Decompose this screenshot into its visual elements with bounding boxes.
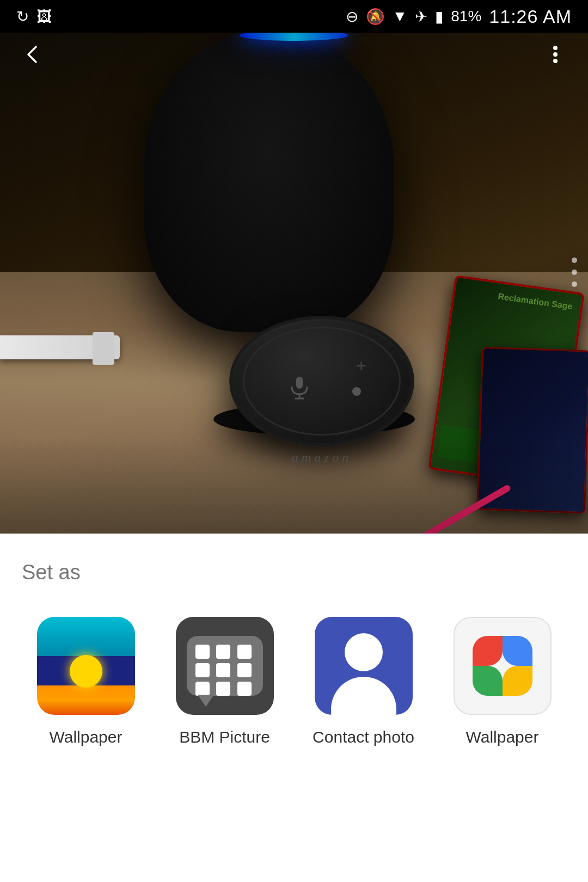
bbm-sq-1: [195, 645, 210, 659]
wifi-icon: ▼: [393, 8, 408, 25]
dnd-icon: ⊖: [346, 8, 358, 26]
app-grid: Wallpaper BBM Picture: [22, 617, 566, 746]
refresh-icon: ↻: [16, 8, 29, 26]
image-icon: 🖼: [36, 8, 52, 26]
petal-green: [473, 666, 503, 696]
more-options-button[interactable]: [539, 38, 572, 71]
petal-yellow: [503, 666, 532, 696]
bbm-sq-2: [216, 645, 230, 659]
mic-icon: [286, 369, 313, 407]
bbm-icon: [176, 617, 274, 715]
scroll-dot-2: [572, 270, 577, 275]
battery-percent: 81%: [451, 8, 481, 25]
pinwheel: [470, 633, 535, 699]
bbm-sq-4: [195, 663, 210, 677]
app-item-wallpaper1[interactable]: Wallpaper: [22, 617, 150, 746]
app-item-bbm[interactable]: BBM Picture: [161, 617, 289, 746]
speaker-stand: [144, 33, 394, 332]
wallpaper2-label: Wallpaper: [466, 728, 539, 746]
contact-silhouette: [331, 633, 396, 715]
photo-navigation: [0, 33, 588, 76]
photos-icon: [454, 617, 552, 715]
petal-blue: [503, 636, 532, 666]
contact-icon: [315, 617, 413, 715]
status-time: 11:26 AM: [489, 6, 572, 27]
back-button[interactable]: [16, 38, 49, 71]
app-item-contact[interactable]: Contact photo: [299, 617, 427, 746]
wallpaper1-label: Wallpaper: [50, 728, 122, 746]
status-left-icons: ↻ 🖼: [16, 8, 52, 26]
svg-point-4: [553, 52, 558, 57]
svg-rect-0: [296, 377, 303, 389]
contact-head: [345, 633, 383, 671]
scroll-dot-1: [572, 258, 577, 263]
bbm-sq-9: [237, 682, 252, 696]
bbm-sq-7: [195, 682, 210, 696]
contact-body: [331, 677, 396, 715]
status-bar: ↻ 🖼 ⊖ 🔕 ▼ ✈ ▮ 81% 11:26 AM: [0, 0, 588, 33]
echo-dot-ring: [243, 327, 401, 436]
usb-connector: [93, 332, 114, 365]
svg-point-3: [553, 46, 558, 50]
bbm-sq-3: [237, 645, 252, 659]
petal-red: [473, 636, 503, 666]
bbm-sq-5: [216, 663, 230, 677]
scroll-dot-3: [572, 281, 577, 287]
bbm-sq-8: [216, 682, 230, 696]
photo-scene: + amazon Reclamation Sage: [0, 0, 588, 544]
bbm-label: BBM Picture: [179, 728, 270, 746]
set-as-label: Set as: [22, 561, 566, 584]
mute-icon: 🔕: [366, 8, 385, 26]
svg-point-5: [553, 59, 558, 63]
contact-label: Contact photo: [313, 728, 414, 746]
photo-area: + amazon Reclamation Sage: [0, 0, 588, 544]
scroll-dots: [572, 258, 577, 287]
bbm-bubble: [187, 636, 263, 696]
wallpaper1-icon: [37, 617, 135, 715]
bottom-sheet: Set as Wallpaper: [0, 534, 588, 882]
photo-overlay: [0, 436, 588, 544]
bbm-sq-6: [237, 663, 252, 677]
app-item-wallpaper2[interactable]: Wallpaper: [438, 617, 566, 746]
battery-icon: ▮: [435, 8, 443, 26]
plus-icon: +: [356, 356, 366, 376]
status-right-icons: ⊖ 🔕 ▼ ✈ ▮ 81% 11:26 AM: [346, 6, 572, 27]
airplane-icon: ✈: [415, 8, 427, 26]
